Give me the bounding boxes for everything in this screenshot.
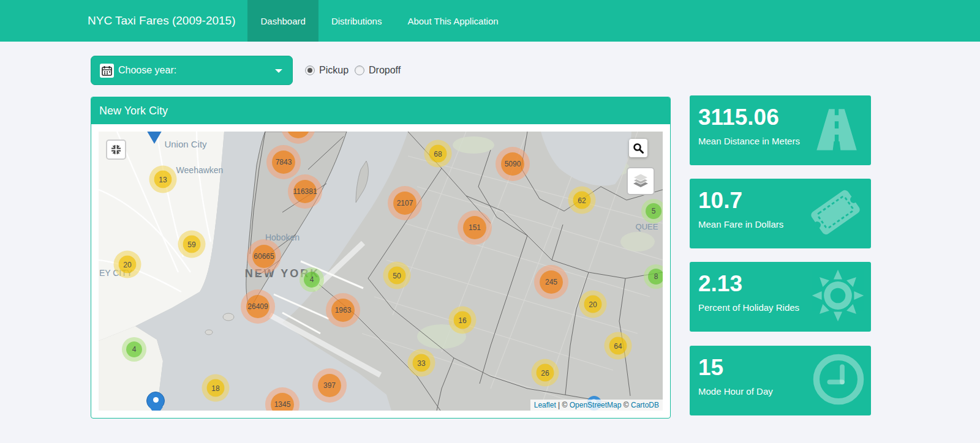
- compress-arrows-icon: [110, 144, 122, 155]
- cluster-marker[interactable]: 16: [454, 311, 472, 329]
- app-title: NYC Taxi Fares (2009-2015): [88, 0, 247, 42]
- radio-label: Dropoff: [369, 65, 401, 76]
- cluster-count: 50: [393, 271, 401, 280]
- map-search-button[interactable]: [629, 139, 647, 157]
- radio-circle-pickup[interactable]: [305, 65, 315, 75]
- cluster-count: 5090: [505, 160, 521, 168]
- cluster-marker[interactable]: 59: [183, 236, 201, 253]
- cluster-marker[interactable]: 20: [584, 296, 602, 313]
- map-panel-body: Union CityWeehawkenHobokenEY CITYNEW YOR…: [91, 124, 670, 418]
- cluster-count: 151: [469, 223, 481, 232]
- attribution-separator: | ©: [556, 401, 570, 409]
- cluster-count: 2107: [397, 199, 413, 207]
- year-dropdown-label: Choose year:: [118, 65, 176, 76]
- cluster-marker[interactable]: 13: [154, 171, 172, 188]
- cluster-marker[interactable]: 26: [537, 364, 554, 382]
- clock-icon: [812, 353, 865, 408]
- cluster-marker[interactable]: 33: [413, 354, 431, 372]
- tab-about-this-application[interactable]: About This Application: [394, 0, 511, 42]
- navbar: NYC Taxi Fares (2009-2015) DashboardDist…: [0, 0, 980, 42]
- place-label-weehawken: Weehawken: [176, 165, 224, 175]
- cluster-count: 60665: [254, 252, 274, 261]
- cluster-marker[interactable]: 64: [609, 337, 627, 355]
- cluster-count: 13: [159, 175, 167, 184]
- map-attribution: Leaflet | © OpenStreetMap © CartoDB: [530, 400, 663, 411]
- cluster-marker[interactable]: 1963: [331, 299, 355, 322]
- road-icon: [809, 105, 865, 156]
- cluster-marker[interactable]: 68: [429, 145, 447, 163]
- radio-dropoff[interactable]: Dropoff: [355, 65, 401, 76]
- cluster-count: 16: [458, 316, 466, 324]
- map-panel: New York City: [91, 97, 671, 419]
- map-pin-bottom[interactable]: [146, 392, 165, 410]
- cluster-count: 245: [545, 278, 557, 286]
- cluster-marker[interactable]: 7843: [272, 151, 295, 174]
- attribution-separator: ©: [621, 401, 631, 409]
- leaflet-link[interactable]: Leaflet: [534, 401, 556, 409]
- value-box-column: 3115.06 Mean Distance in Meters 10.7 Mea…: [690, 95, 871, 429]
- year-dropdown[interactable]: Choose year:: [91, 56, 293, 85]
- cluster-marker[interactable]: 4: [126, 341, 142, 357]
- cluster-count: 62: [578, 196, 586, 204]
- map-pin-top[interactable]: [146, 132, 163, 144]
- cluster-count: 4: [310, 275, 314, 284]
- map-panel-title: New York City: [91, 97, 670, 124]
- tab-distributions[interactable]: Distributions: [318, 0, 395, 42]
- layers-icon: [631, 173, 650, 190]
- cluster-marker[interactable]: 20: [119, 256, 137, 274]
- value-box-mean-distance: 3115.06 Mean Distance in Meters: [690, 95, 871, 165]
- osm-link[interactable]: OpenStreetMap: [570, 401, 622, 409]
- cartodb-link[interactable]: CartoDB: [631, 401, 659, 409]
- cluster-marker[interactable]: 2107: [393, 192, 417, 215]
- cluster-count: 64: [614, 341, 622, 350]
- sun-icon: [811, 269, 865, 325]
- cluster-marker[interactable]: 18: [207, 379, 225, 397]
- cluster-count: 20: [589, 300, 597, 308]
- cluster-count: 33: [417, 359, 425, 367]
- value-box-mode-hour: 15 Mode Hour of Day: [690, 346, 871, 415]
- cluster-count: 20: [123, 260, 131, 269]
- cluster-count: 5: [652, 207, 656, 215]
- controls-row: Choose year: PickupDropoff: [91, 56, 401, 85]
- value-box-mean-fare: 10.7 Mean Fare in Dollars: [690, 179, 871, 248]
- cluster-count: 4: [132, 345, 137, 354]
- cluster-count: 1963: [335, 306, 352, 315]
- cluster-marker[interactable]: 26409: [246, 295, 270, 318]
- cluster-marker[interactable]: 5090: [501, 152, 524, 176]
- place-label-quee: QUEE: [636, 222, 658, 231]
- cluster-marker[interactable]: 62: [573, 192, 591, 209]
- search-icon: [633, 143, 644, 154]
- cluster-count: 59: [187, 240, 195, 248]
- cluster-marker[interactable]: 4: [304, 272, 320, 288]
- value-box-holiday-rides: 2.13 Percent of Holiday Rides: [690, 262, 871, 332]
- cluster-marker[interactable]: 8: [648, 269, 663, 285]
- cluster-count: 26409: [247, 302, 268, 311]
- cluster-marker[interactable]: 151: [463, 216, 486, 239]
- cluster-count: 397: [323, 381, 336, 390]
- radio-circle-dropoff[interactable]: [355, 65, 364, 75]
- place-label-union-city: Union City: [164, 139, 206, 149]
- cluster-marker[interactable]: 5: [646, 203, 662, 219]
- cluster-marker[interactable]: 50: [388, 267, 406, 285]
- cluster-count: 26: [541, 368, 549, 377]
- calendar-icon: [100, 64, 114, 78]
- cluster-marker[interactable]: 397: [318, 374, 341, 397]
- layers-control-button[interactable]: [627, 167, 655, 195]
- radio-pickup[interactable]: Pickup: [305, 65, 349, 76]
- chevron-down-icon: [275, 69, 282, 73]
- cluster-count: 7843: [276, 158, 292, 166]
- leaflet-map[interactable]: Union CityWeehawkenHobokenEY CITYNEW YOR…: [99, 132, 663, 411]
- navbar-tabs: DashboardDistributionsAbout This Applica…: [247, 0, 511, 42]
- place-label-hoboken: Hoboken: [265, 233, 300, 242]
- ticket-icon: [806, 186, 865, 241]
- cluster-marker[interactable]: 245: [540, 270, 563, 294]
- cluster-marker[interactable]: 116381: [293, 180, 317, 203]
- cluster-count: 1345: [274, 400, 291, 409]
- cluster-count: 8: [654, 272, 658, 281]
- radio-label: Pickup: [319, 65, 349, 76]
- fullscreen-toggle-button[interactable]: [106, 140, 126, 160]
- pickup-dropoff-radio-group: PickupDropoff: [299, 65, 401, 76]
- tab-dashboard[interactable]: Dashboard: [247, 0, 318, 42]
- cluster-count: 116381: [293, 187, 317, 196]
- cluster-marker[interactable]: 60665: [252, 245, 276, 268]
